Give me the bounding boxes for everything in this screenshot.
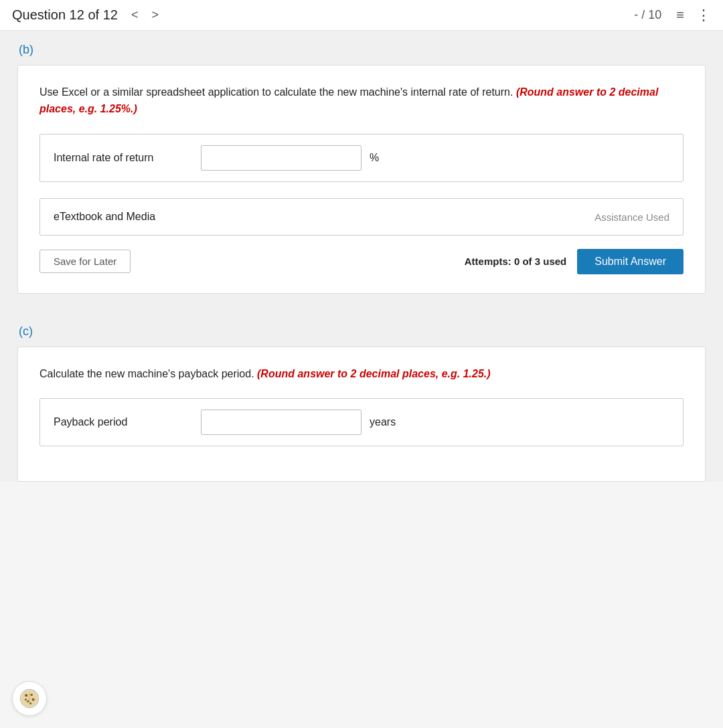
- question-navigation: < >: [127, 7, 163, 23]
- section-b-action-row: Save for Later Attempts: 0 of 3 used Sub…: [39, 249, 684, 274]
- main-content: (b) Use Excel or a similar spreadsheet a…: [0, 31, 723, 482]
- section-b-answer-unit: %: [370, 152, 379, 164]
- save-later-button[interactable]: Save for Later: [39, 250, 131, 273]
- section-b-answer-input[interactable]: [201, 145, 362, 171]
- section-b-answer-row: Internal rate of return %: [40, 134, 683, 181]
- section-b-question-text: Use Excel or a similar spreadsheet appli…: [39, 84, 684, 118]
- cookie-icon[interactable]: [12, 681, 47, 716]
- section-c-answer-input[interactable]: [201, 410, 362, 435]
- section-c-answer-table: Payback period years: [39, 398, 684, 446]
- svg-point-4: [32, 699, 35, 701]
- section-b-label: (b): [19, 43, 33, 56]
- section-c-answer-label: Payback period: [54, 416, 201, 428]
- section-c-card: Calculate the new machine's payback peri…: [17, 347, 706, 482]
- section-c-label-row: (c): [0, 312, 723, 347]
- assistance-label: Assistance Used: [594, 211, 669, 223]
- section-c-answer-row: Payback period years: [40, 399, 683, 446]
- etextbook-box[interactable]: eTextbook and Media Assistance Used: [39, 198, 684, 236]
- etextbook-label: eTextbook and Media: [54, 211, 155, 223]
- section-gap: [0, 294, 723, 312]
- prev-question-button[interactable]: <: [127, 7, 143, 23]
- section-b-question-plain: Use Excel or a similar spreadsheet appli…: [39, 86, 513, 98]
- svg-point-1: [21, 690, 38, 707]
- svg-point-5: [27, 700, 29, 702]
- section-c-label: (c): [19, 325, 33, 338]
- svg-point-7: [25, 699, 27, 701]
- submit-answer-button[interactable]: Submit Answer: [577, 249, 684, 274]
- more-options-icon[interactable]: ⋮: [696, 7, 711, 24]
- cookie-svg: [19, 688, 40, 709]
- section-c-answer-unit: years: [370, 416, 396, 428]
- attempts-label: Attempts: 0 of 3 used: [465, 256, 567, 267]
- section-c-question-plain: Calculate the new machine's payback peri…: [39, 368, 254, 379]
- list-icon[interactable]: ≡: [676, 7, 684, 23]
- svg-point-3: [31, 694, 33, 696]
- section-b-label-row: (b): [0, 31, 723, 65]
- section-b-answer-label: Internal rate of return: [54, 152, 201, 164]
- submit-group: Attempts: 0 of 3 used Submit Answer: [465, 249, 684, 274]
- section-c-question-highlight: (Round answer to 2 decimal places, e.g. …: [257, 368, 491, 379]
- section-c-question-text: Calculate the new machine's payback peri…: [39, 366, 684, 383]
- section-b-answer-table: Internal rate of return %: [39, 134, 684, 182]
- score-display: - / 10: [634, 8, 661, 22]
- svg-point-2: [25, 694, 27, 697]
- question-label: Question 12 of 12: [12, 7, 118, 23]
- header-bar: Question 12 of 12 < > - / 10 ≡ ⋮: [0, 0, 723, 31]
- section-b-card: Use Excel or a similar spreadsheet appli…: [17, 65, 706, 294]
- next-question-button[interactable]: >: [147, 7, 163, 23]
